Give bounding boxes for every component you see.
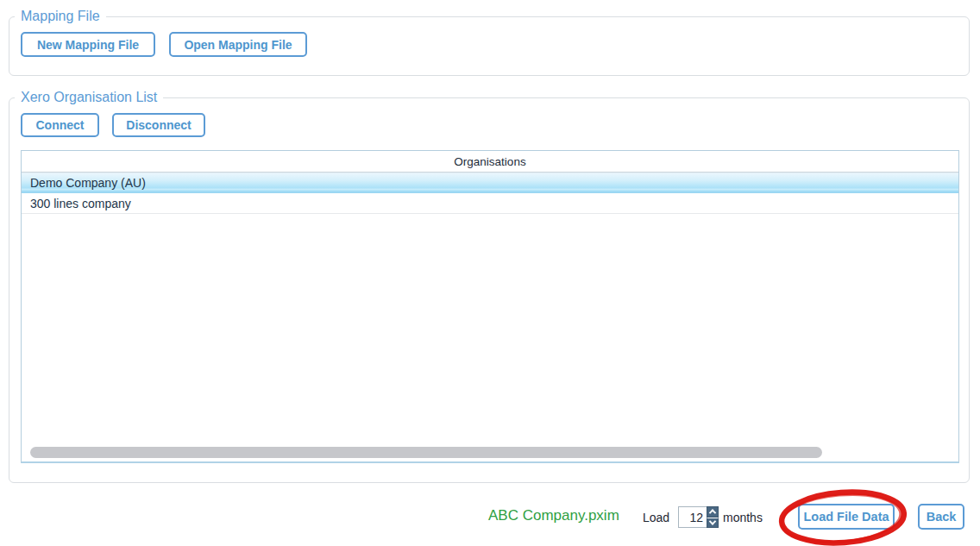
org-row-demo-company[interactable]: Demo Company (AU) <box>22 173 958 193</box>
back-button[interactable]: Back <box>918 504 964 530</box>
organisations-column-header[interactable]: Organisations <box>22 151 958 173</box>
organisations-list: Organisations Demo Company (AU) 300 line… <box>21 150 959 463</box>
xero-organisation-list-group-title: Xero Organisation List <box>15 89 163 105</box>
horizontal-scrollbar-thumb[interactable] <box>30 447 822 458</box>
chevron-down-icon <box>709 518 716 524</box>
mapping-file-group-title: Mapping File <box>15 8 106 24</box>
org-row-300-lines-company[interactable]: 300 lines company <box>22 193 958 214</box>
months-input[interactable] <box>678 506 707 528</box>
mapping-file-name: ABC Company.pxim <box>488 507 619 524</box>
stepper-down-button[interactable] <box>707 518 719 529</box>
load-label: Load <box>643 511 669 524</box>
connect-button[interactable]: Connect <box>21 113 99 137</box>
months-stepper-buttons <box>707 506 719 528</box>
months-label: months <box>723 511 763 524</box>
xero-import-window: Mapping File New Mapping File Open Mappi… <box>0 0 980 546</box>
months-stepper <box>678 506 719 528</box>
load-file-data-button[interactable]: Load File Data <box>798 504 895 530</box>
disconnect-button[interactable]: Disconnect <box>112 113 205 137</box>
open-mapping-file-button[interactable]: Open Mapping File <box>169 32 307 57</box>
chevron-up-icon <box>709 509 716 516</box>
stepper-up-button[interactable] <box>707 506 719 518</box>
new-mapping-file-button[interactable]: New Mapping File <box>21 32 155 57</box>
